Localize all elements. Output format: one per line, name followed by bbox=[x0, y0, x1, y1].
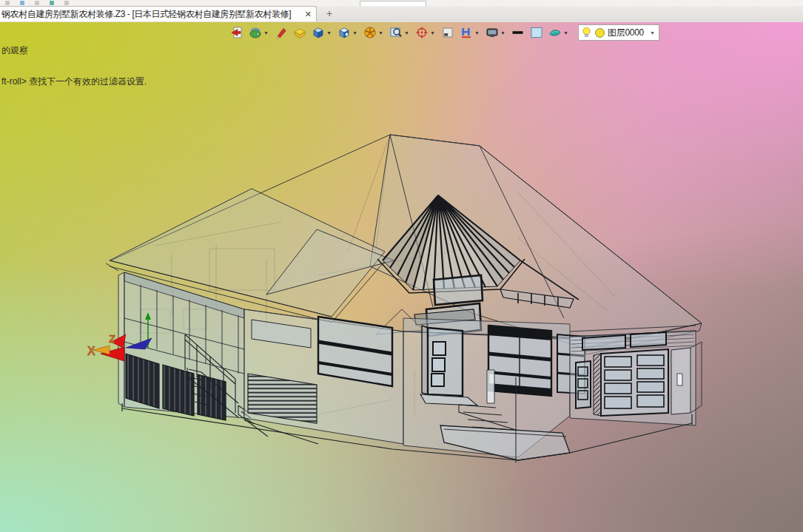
entry-block bbox=[403, 318, 585, 462]
z-axis-label: Z bbox=[109, 332, 115, 345]
center-left-block bbox=[244, 309, 403, 444]
garage-block bbox=[570, 331, 702, 425]
x-axis-label: X bbox=[87, 345, 95, 357]
graphics-viewport[interactable]: 的观察 ft-roll> 查找下一个有效的过滤器设置. ▾ ▾ ▾ ▾ ▾ ▾ … bbox=[0, 22, 803, 532]
application-window: 钢农村自建房别墅新农村装修.Z3 - [日本日式轻钢农村自建房别墅新农村装修] … bbox=[0, 0, 803, 532]
wireframe-house-model[interactable]: X Z bbox=[0, 0, 803, 532]
